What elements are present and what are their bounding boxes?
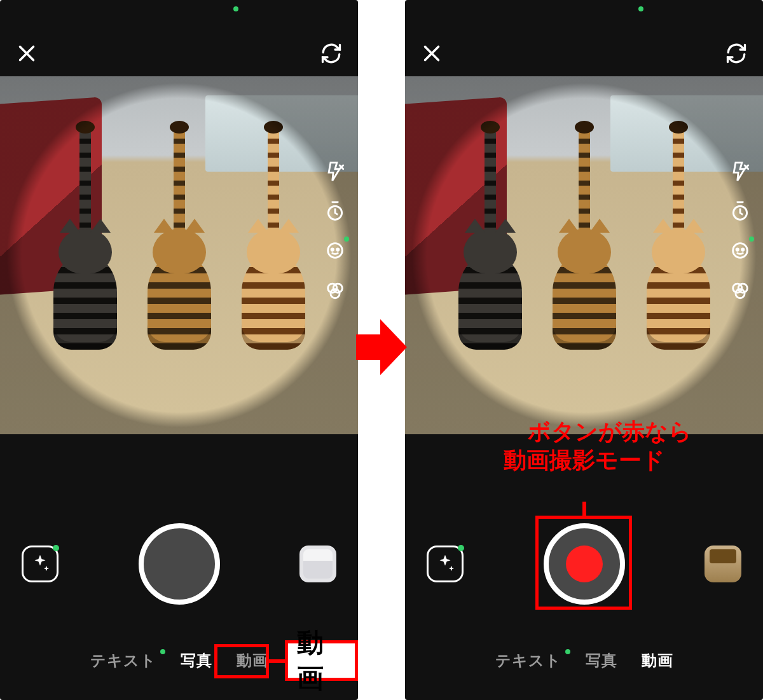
close-icon[interactable]	[15, 42, 38, 67]
status-indicator-dot	[233, 6, 238, 11]
camera-footer: テキスト 写真 動画 ボタンが赤なら動画撮影モード	[405, 471, 763, 700]
svg-point-13	[736, 289, 745, 298]
mode-selector[interactable]: テキスト 写真 動画	[405, 650, 763, 671]
mode-photo[interactable]: 写真	[181, 650, 212, 671]
camera-viewfinder[interactable]	[0, 76, 358, 434]
timer-icon[interactable]	[322, 198, 348, 224]
annotation-highlight-video-mode	[214, 644, 269, 678]
flash-off-icon[interactable]	[322, 159, 348, 184]
annotation-text: ボタンが赤なら動画撮影モード	[405, 388, 763, 503]
camera-footer: テキスト 写真 動画 動画	[0, 471, 358, 700]
camera-tools-right	[322, 159, 348, 303]
color-filter-icon[interactable]	[727, 277, 753, 303]
close-icon[interactable]	[420, 42, 443, 67]
mode-photo[interactable]: 写真	[586, 650, 617, 671]
camera-screen-photo-mode: テキスト 写真 動画 動画	[0, 0, 358, 700]
effects-button[interactable]	[427, 546, 464, 582]
viewfinder-vignette	[0, 76, 358, 434]
top-toolbar	[0, 36, 358, 74]
svg-point-8	[733, 244, 748, 258]
status-indicator-dot	[638, 6, 643, 11]
gallery-thumbnail[interactable]	[299, 546, 336, 582]
effects-button[interactable]	[22, 546, 58, 582]
face-effect-icon[interactable]	[727, 238, 753, 263]
camera-viewfinder[interactable]	[405, 76, 763, 434]
annotation-connector-line	[582, 502, 586, 517]
mode-text[interactable]: テキスト	[90, 650, 156, 671]
camera-screen-video-mode: テキスト 写真 動画 ボタンが赤なら動画撮影モード	[405, 0, 763, 700]
svg-point-6	[331, 289, 340, 298]
svg-point-9	[736, 249, 738, 250]
viewfinder-vignette	[405, 76, 763, 434]
face-effect-icon[interactable]	[322, 238, 348, 263]
transition-arrow-icon	[356, 317, 407, 378]
svg-point-1	[328, 244, 343, 258]
camera-flip-icon[interactable]	[320, 42, 343, 67]
svg-point-10	[742, 249, 744, 250]
gallery-thumbnail[interactable]	[705, 546, 741, 582]
mode-text[interactable]: テキスト	[495, 650, 561, 671]
camera-tools-right	[727, 159, 753, 303]
annotation-connector-line	[269, 659, 285, 663]
camera-flip-icon[interactable]	[725, 42, 748, 67]
svg-point-3	[337, 249, 339, 250]
mode-video[interactable]: 動画	[642, 650, 673, 671]
svg-point-2	[331, 249, 333, 250]
color-filter-icon[interactable]	[322, 277, 348, 303]
timer-icon[interactable]	[727, 198, 753, 224]
top-toolbar	[405, 36, 763, 74]
annotation-highlight-record-button	[535, 516, 632, 610]
annotation-callout-video: 動画	[285, 640, 358, 681]
flash-off-icon[interactable]	[727, 159, 753, 184]
shutter-button[interactable]	[139, 523, 220, 605]
